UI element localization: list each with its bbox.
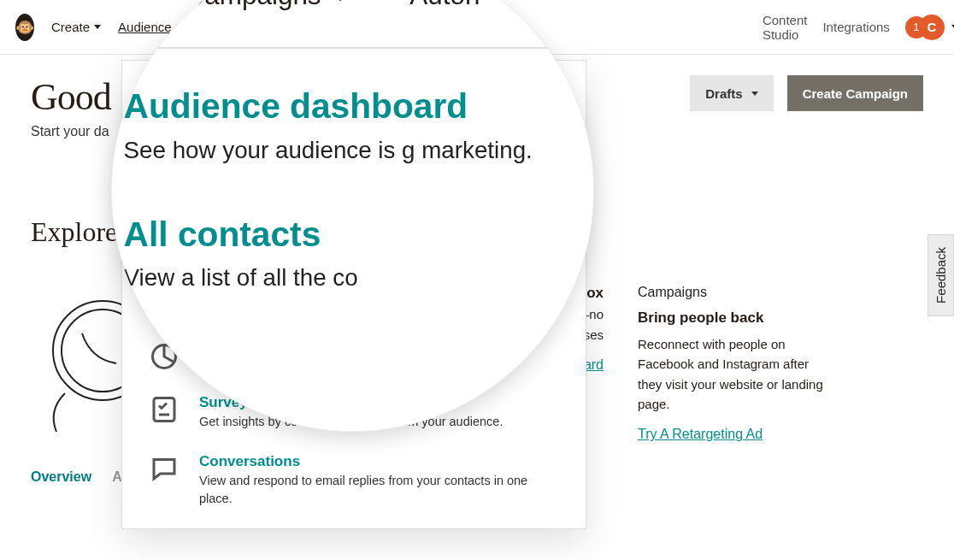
tab-overview[interactable]: Overview [31,469,91,485]
svg-rect-5 [154,398,174,421]
drafts-button-label: Drafts [705,86,742,101]
lens-item-desc: View a list of all the co [124,260,358,294]
card-body: Reconnect with people on Facebook and In… [638,334,834,414]
card-eyebrow: Campaigns [638,282,834,304]
campaigns-card: Campaigns Bring people back Reconnect wi… [638,282,834,445]
lens-nav-automation[interactable]: Auton [409,0,480,12]
nav-integrations[interactable]: Integrations [822,20,889,34]
nav-create[interactable]: Create [51,20,101,34]
chevron-down-icon [94,25,101,29]
nav-audience-label: Audience [118,20,172,34]
try-retargeting-ad-link[interactable]: Try A Retargeting Ad [638,424,763,445]
lens-item-all-contacts[interactable]: All contacts View a list of all the co [111,215,594,295]
page-subtitle: Start your da [31,124,111,139]
lens-item-desc: See how your audience is g marketing. [124,133,533,167]
page-title: Good [31,75,111,119]
checklist-icon [146,394,182,431]
lens-item-title: Audience dashboard [124,86,533,127]
drafts-button[interactable]: Drafts [690,75,773,111]
nav-create-label: Create [51,20,90,34]
create-campaign-button[interactable]: Create Campaign [787,75,923,111]
dropdown-title: Conversations [199,453,562,470]
chevron-down-icon [333,0,346,1]
nav-content-studio-visible[interactable]: Content Studio [763,13,808,42]
dropdown-desc: View and respond to email replies from y… [199,472,562,508]
lens-item-audience-dashboard[interactable]: Audience dashboard See how your audience… [111,86,594,167]
lens-item-title: All contacts [124,215,358,256]
chevron-down-icon [751,91,758,96]
dropdown-item-conversations[interactable]: Conversations View and respond to email … [146,453,562,508]
card-title: Bring people back [638,307,834,329]
account-switcher[interactable]: 1 C [905,15,954,40]
create-campaign-label: Create Campaign [803,86,908,101]
lens-nav-campaigns[interactable]: Campaigns [186,0,347,12]
feedback-tab[interactable]: Feedback [928,234,954,316]
chat-icon [146,453,182,508]
avatar: C [919,15,945,40]
mailchimp-logo[interactable]: 🐵 [15,14,34,41]
